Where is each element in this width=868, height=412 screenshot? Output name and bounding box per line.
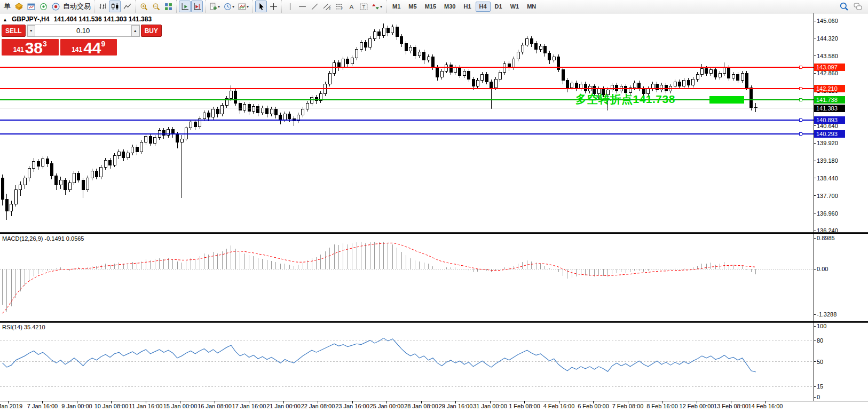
candle [553, 57, 555, 60]
svg-text:21 Jan 00:00: 21 Jan 00:00 [266, 403, 301, 409]
price-axis[interactable]: 145.060144.320143.580142.860142.120140.6… [814, 18, 838, 234]
equidistant-channel-icon[interactable]: E [321, 1, 333, 12]
new-chart-icon[interactable] [25, 1, 37, 12]
text-icon[interactable]: A [345, 1, 357, 12]
candle [104, 160, 107, 167]
buy-price-big-digits: 44 [83, 41, 101, 55]
signals-icon[interactable] [37, 1, 49, 12]
timeframe-M5[interactable]: M5 [405, 2, 420, 12]
sell-price-display[interactable]: 141 38 3 [2, 39, 59, 56]
pivot-annotation-text[interactable]: 多空转折点141.738 [575, 92, 675, 107]
fibonacci-icon[interactable]: F [333, 1, 345, 12]
autoscroll-icon[interactable] [179, 1, 191, 12]
candle [252, 107, 255, 112]
candle [459, 67, 461, 76]
volume-decrease-button[interactable]: ▼ [27, 25, 35, 36]
candle [239, 103, 241, 110]
svg-text:141.738: 141.738 [816, 97, 838, 103]
svg-text:17 Jan 16:00: 17 Jan 16:00 [232, 403, 266, 409]
timeframe-M1[interactable]: M1 [389, 2, 404, 12]
timeframe-MN[interactable]: MN [523, 2, 540, 12]
time-axis[interactable]: 4 Jan 20197 Jan 16:009 Jan 00:0010 Jan 0… [0, 401, 783, 409]
arrows-icon[interactable]: ▾ [370, 1, 384, 12]
buy-button[interactable]: BUY [141, 25, 162, 37]
line-anchor-handle[interactable] [799, 133, 802, 136]
bar-chart-icon[interactable] [97, 1, 108, 12]
candle [678, 82, 681, 86]
indicators-icon[interactable]: ▾ [208, 1, 222, 12]
collapse-triangle-icon[interactable]: ▲ [3, 17, 7, 22]
candle [127, 153, 129, 158]
svg-text:4 Feb 16:00: 4 Feb 16:00 [543, 403, 575, 409]
chevron-down-icon: ▾ [218, 4, 220, 9]
candle [512, 59, 515, 68]
candle [378, 31, 381, 35]
zoom-out-icon[interactable] [150, 1, 162, 12]
candle [575, 83, 578, 89]
timeframe-W1[interactable]: W1 [507, 2, 523, 12]
line-anchor-handle[interactable] [799, 87, 802, 90]
svg-text:16 Jan 08:00: 16 Jan 08:00 [198, 403, 232, 409]
chat-icon[interactable] [852, 1, 864, 12]
candle [243, 104, 246, 110]
timeframe-M15[interactable]: M15 [421, 2, 440, 12]
candlestick-chart-icon[interactable] [109, 1, 121, 12]
candle [530, 39, 533, 44]
horizontal-line-icon[interactable] [296, 1, 308, 12]
new-order-icon[interactable] [13, 1, 25, 12]
timeframe-D1[interactable]: D1 [491, 2, 506, 12]
autotrading-icon[interactable] [50, 1, 61, 12]
candle [180, 139, 183, 142]
orders-icon[interactable]: 单 [2, 1, 12, 12]
timeframe-H1[interactable]: H1 [460, 2, 475, 12]
candle [409, 47, 412, 51]
zoom-in-icon[interactable] [138, 1, 149, 12]
timeframe-H4[interactable]: H4 [476, 2, 491, 12]
trendline-icon[interactable] [309, 1, 320, 12]
sell-button[interactable]: SELL [2, 25, 26, 37]
volume-increase-button[interactable]: ▲ [131, 25, 139, 36]
candle [154, 138, 156, 144]
svg-text:E: E [328, 6, 330, 10]
line-anchor-handle[interactable] [799, 118, 802, 121]
crosshair-icon[interactable] [267, 1, 279, 12]
candle [481, 75, 484, 81]
chart-plot-area[interactable]: 145.060144.320143.580142.860142.120140.6… [0, 0, 868, 412]
buy-price-prefix: 141 [72, 46, 82, 53]
candle [566, 81, 569, 88]
horizontal-lines[interactable] [0, 66, 814, 136]
timeframe-M30[interactable]: M30 [440, 2, 459, 12]
vertical-line-icon[interactable] [284, 1, 296, 12]
candle [86, 178, 89, 190]
volume-input[interactable] [35, 25, 131, 36]
svg-text:12 Feb 00:00: 12 Feb 00:00 [680, 403, 714, 409]
line-chart-icon[interactable] [121, 1, 133, 12]
svg-text:4 Jan 2019: 4 Jan 2019 [0, 403, 22, 409]
periods-icon[interactable]: ▾ [222, 1, 236, 12]
candle [274, 109, 277, 115]
candle [373, 31, 376, 38]
search-icon[interactable] [838, 1, 850, 12]
candle [100, 167, 102, 177]
rsi-axis[interactable]: 1008050150 [814, 323, 826, 400]
panel-frame[interactable] [0, 13, 868, 401]
templates-icon[interactable]: ▾ [236, 1, 250, 12]
green-highlight-rect[interactable] [709, 96, 744, 104]
line-anchor-handle[interactable] [799, 66, 802, 69]
buy-price-pip: 9 [101, 39, 106, 48]
line-anchor-handle[interactable] [799, 99, 802, 101]
candle [468, 71, 470, 80]
candle [517, 52, 519, 59]
candle [46, 159, 49, 164]
candle [77, 173, 80, 180]
macd-axis[interactable]: 0.89850.00-1.3288 [814, 235, 837, 318]
cursor-icon[interactable] [255, 1, 267, 12]
candle [55, 176, 58, 185]
text-label-icon[interactable]: T [358, 1, 369, 12]
tile-windows-icon[interactable] [162, 1, 174, 12]
candle [136, 147, 138, 152]
chevron-down-icon: ▾ [232, 4, 234, 9]
chart-shift-icon[interactable] [191, 1, 203, 12]
autotrading-label[interactable]: 自动交易 [62, 2, 92, 11]
buy-price-display[interactable]: 141 44 9 [60, 39, 117, 56]
